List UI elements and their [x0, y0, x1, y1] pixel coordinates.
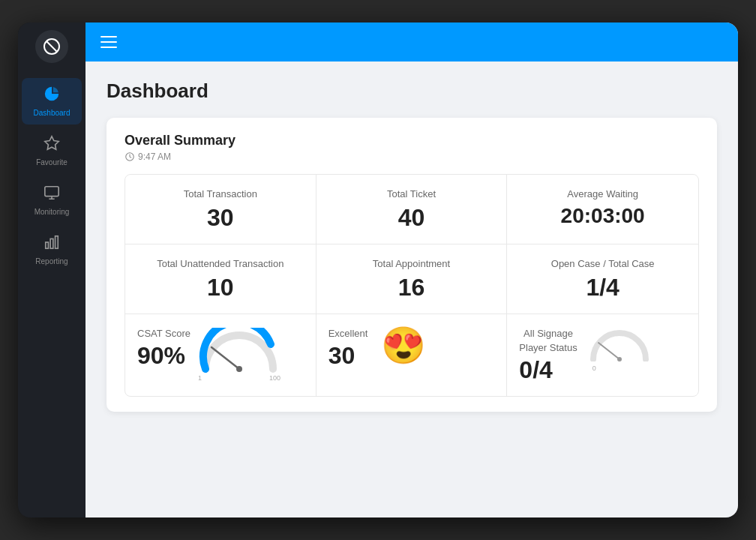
hamburger-line-3 — [100, 46, 117, 48]
excellent-value: 30 — [328, 342, 368, 370]
hamburger-line-2 — [100, 41, 117, 43]
stat-open-case-label: Open Case / Total Case — [551, 258, 655, 269]
stat-total-unattended: Total Unattended Transaction 10 — [125, 244, 316, 314]
page-title: Dashboard — [106, 80, 717, 103]
stat-open-case: Open Case / Total Case 1/4 — [507, 244, 698, 314]
stat-total-ticket: Total Ticket 40 — [316, 175, 508, 244]
summary-header: Overall Summary 9:47 AM — [124, 133, 699, 162]
topbar — [86, 22, 738, 62]
gauge-labels: 1 100 — [198, 374, 280, 382]
sidebar-item-monitoring-label: Monitoring — [34, 208, 70, 216]
sidebar-item-favourite[interactable]: Favourite — [22, 128, 82, 174]
excellent-label: Excellent — [328, 328, 368, 339]
sidebar-item-reporting[interactable]: Reporting — [22, 226, 82, 273]
svg-point-8 — [236, 366, 242, 372]
stat-average-waiting-label: Average Waiting — [567, 188, 638, 200]
sidebar-item-reporting-label: Reporting — [35, 257, 68, 266]
chart-pie-icon — [44, 86, 60, 106]
main-area: Dashboard Overall Summary 9:47 AM — [86, 22, 738, 518]
svg-rect-4 — [50, 238, 53, 248]
device-frame: Dashboard Favourite Mon — [18, 22, 738, 518]
excellent-text-group: Excellent 30 — [328, 328, 368, 370]
stat-average-waiting: Average Waiting 20:03:00 — [507, 175, 698, 244]
csat-text-group: CSAT Score 90% — [137, 328, 190, 370]
hamburger-button[interactable] — [100, 36, 117, 48]
stat-total-transaction: Total Transaction 30 — [125, 175, 316, 244]
signage-label2: Player Status — [519, 342, 577, 353]
svg-rect-5 — [56, 236, 58, 249]
star-icon — [44, 135, 60, 155]
stat-average-waiting-value: 20:03:00 — [561, 204, 645, 228]
svg-line-9 — [598, 343, 620, 359]
sidebar-item-monitoring[interactable]: Monitoring — [22, 177, 82, 224]
stat-total-transaction-value: 30 — [207, 204, 234, 232]
stat-total-appointment-value: 16 — [398, 274, 425, 302]
signage-value: 0/4 — [519, 356, 577, 384]
gauge-max-label: 100 — [269, 374, 280, 382]
stat-csat: CSAT Score 90% — [125, 314, 316, 396]
hamburger-line-1 — [100, 36, 117, 38]
stat-total-unattended-value: 10 — [207, 274, 234, 302]
svg-rect-3 — [46, 242, 49, 248]
sidebar-item-dashboard-label: Dashboard — [34, 109, 70, 117]
stat-excellent: Excellent 30 😍 — [316, 314, 508, 396]
gauge-chart: 1 100 — [198, 328, 280, 382]
sidebar-item-dashboard[interactable]: Dashboard — [22, 78, 82, 124]
bar-chart-icon — [44, 234, 60, 254]
time-value: 9:47 AM — [138, 152, 171, 162]
summary-time: 9:47 AM — [124, 152, 699, 162]
svg-line-7 — [212, 347, 239, 369]
svg-point-10 — [617, 357, 622, 362]
summary-card: Overall Summary 9:47 AM Total Transactio… — [106, 118, 717, 412]
stat-total-ticket-label: Total Ticket — [387, 188, 436, 200]
app-logo — [35, 30, 68, 63]
sidebar-nav: Dashboard Favourite Mon — [18, 78, 86, 273]
svg-line-1 — [46, 41, 57, 52]
summary-title: Overall Summary — [124, 133, 699, 148]
gauge-svg — [198, 328, 280, 373]
stat-total-ticket-value: 40 — [398, 204, 425, 232]
clock-icon — [124, 152, 135, 162]
gauge-min-label: 1 — [198, 374, 202, 382]
stat-signage: All Signage Player Status 0/4 0 — [507, 314, 698, 396]
stat-total-transaction-label: Total Transaction — [184, 188, 257, 200]
monitor-icon — [44, 184, 60, 205]
sidebar: Dashboard Favourite Mon — [18, 22, 86, 518]
signage-text-group: All Signage Player Status 0/4 — [519, 328, 577, 384]
gauge-container — [198, 328, 280, 373]
stat-open-case-value: 1/4 — [586, 274, 619, 302]
stat-total-appointment: Total Appointment 16 — [316, 244, 508, 314]
signage-label1: All Signage — [519, 328, 577, 339]
stat-total-appointment-label: Total Appointment — [373, 258, 450, 269]
signage-gauge-label: 0 — [592, 364, 650, 372]
csat-value: 90% — [137, 342, 190, 370]
content-area: Dashboard Overall Summary 9:47 AM — [86, 62, 738, 518]
sidebar-item-favourite-label: Favourite — [36, 158, 68, 166]
signage-gauge-svg — [590, 328, 650, 362]
csat-label: CSAT Score — [137, 328, 190, 339]
stat-total-unattended-label: Total Unattended Transaction — [157, 258, 284, 269]
svg-rect-2 — [45, 187, 58, 196]
stats-grid: Total Transaction 30 Total Ticket 40 Ave… — [124, 174, 699, 397]
excellent-emoji: 😍 — [381, 328, 426, 364]
signage-gauge: 0 — [590, 328, 650, 372]
